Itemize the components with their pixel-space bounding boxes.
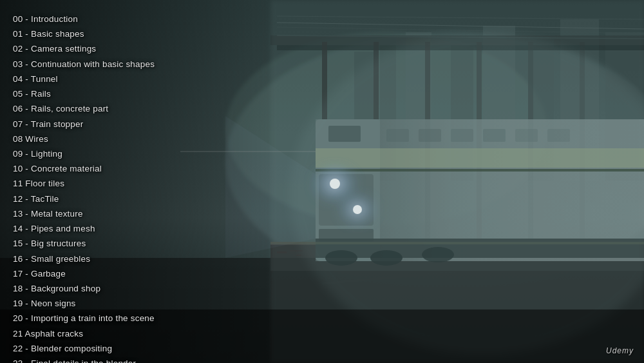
course-list: 00 - Introduction01 - Basic shapes02 - C… [0,0,361,363]
course-item-9: 09 - Lighting [13,146,348,161]
course-item-2: 02 - Camera settings [13,41,348,56]
course-item-12: 12 - TacTile [13,191,348,206]
course-item-14: 14 - Pipes and mesh [13,221,348,236]
udemy-logo-text: Udemy [606,346,634,355]
course-item-13: 13 - Metal texture [13,206,348,221]
course-item-16: 16 - Small greebles [13,251,348,266]
course-item-22: 22 - Blender compositing [13,341,348,356]
course-item-0: 00 - Introduction [13,12,348,26]
course-item-19: 19 - Neon signs [13,296,348,311]
course-item-15: 15 - Big structures [13,236,348,251]
course-item-10: 10 - Concrete material [13,161,348,176]
course-item-1: 01 - Basic shapes [13,26,348,41]
course-item-7: 07 - Train stopper [13,117,348,132]
course-item-21: 21 Asphalt cracks [13,326,348,341]
course-item-11: 11 Floor tiles [13,176,348,191]
course-item-5: 05 - Rails [13,86,348,101]
course-item-20: 20 - Importing a train into the scene [13,311,348,326]
course-item-8: 08 Wires [13,132,348,146]
course-item-23: 23 - Final details in the blender [13,356,348,363]
course-item-3: 03 - Continuation with basic shapes [13,57,348,72]
scene: 00 - Introduction01 - Basic shapes02 - C… [0,0,644,363]
course-item-6: 06 - Rails, concrete part [13,101,348,116]
course-item-17: 17 - Garbage [13,266,348,281]
course-item-18: 18 - Background shop [13,281,348,296]
course-item-4: 04 - Tunnel [13,72,348,86]
udemy-logo: Udemy [606,346,634,355]
